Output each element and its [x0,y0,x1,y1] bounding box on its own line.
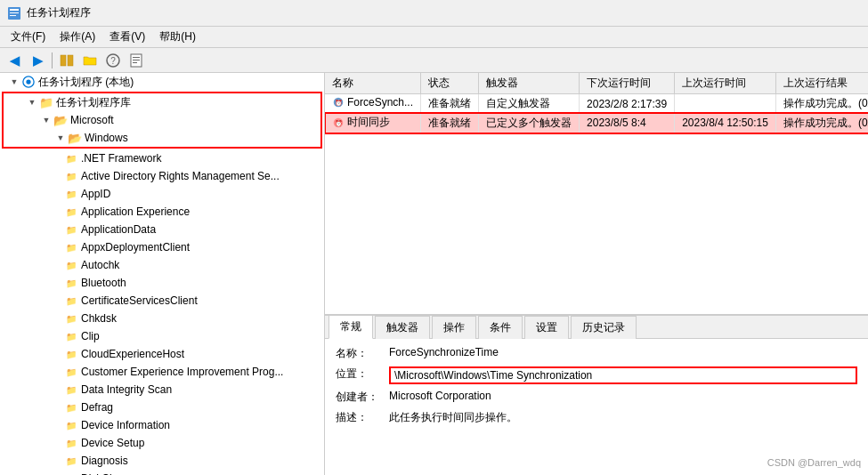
detail-location-row: 位置： \Microsoft\Windows\Time Synchronizat… [336,366,857,384]
help-button[interactable]: ? [102,51,124,70]
root-folder-icon [21,75,36,89]
cell-status-1: 准备就绪 [421,113,479,133]
tab-condition[interactable]: 条件 [478,316,523,339]
tree-item-0[interactable]: 📁 .NET Framework [0,149,324,167]
tab-trigger[interactable]: 触发器 [375,316,430,339]
col-next-run[interactable]: 下次运行时间 [580,73,675,94]
windows-folder-icon: 📂 [68,131,82,145]
tab-action[interactable]: 操作 [432,316,476,339]
windows-label: Windows [85,132,128,144]
tree-item-14[interactable]: 📁 Defrag [0,399,324,416]
menu-help[interactable]: 帮助(H) [152,28,203,46]
tree-library[interactable]: ▼ 📁 任务计划程序库 [4,93,320,111]
svg-rect-1 [10,9,19,11]
root-expand-icon: ▼ [7,75,21,89]
detail-panel: 常规 触发器 操作 条件 设置 历史记录 名称： ForceSynchroniz… [325,315,868,475]
col-status[interactable]: 状态 [421,73,479,94]
detail-author-label: 创建者： [336,390,389,405]
svg-rect-10 [133,60,140,60]
detail-desc-row: 描述： 此任务执行时间同步操作。 [336,410,857,425]
title-bar: 任务计划程序 [0,0,868,27]
col-trigger[interactable]: 触发器 [479,73,580,94]
detail-location-label: 位置： [336,366,389,382]
left-panel: ▼ 任务计划程序 (本地) ▼ 📁 任务计划程序库 [0,73,325,475]
svg-text:⏰: ⏰ [335,99,343,107]
tab-general[interactable]: 常规 [329,315,373,339]
col-last-result[interactable]: 上次运行结果 [775,73,868,94]
svg-text:?: ? [110,56,116,66]
svg-rect-4 [61,55,66,66]
col-last-run[interactable]: 上次运行时间 [675,73,776,94]
task-table-container[interactable]: 名称 状态 触发器 下次运行时间 上次运行时间 上次运行结果 ⏰ [325,73,868,315]
table-row-0[interactable]: ⏰ ForceSynch... 准备就绪 自定义触发器 2023/2/8 2:1… [325,94,868,114]
table-header-row: 名称 状态 触发器 下次运行时间 上次运行时间 上次运行结果 [325,73,868,94]
menu-action[interactable]: 操作(A) [53,28,102,46]
create-folder-button[interactable] [79,51,101,70]
library-folder-icon: 📁 [39,95,53,109]
detail-desc-label: 描述： [336,410,389,425]
root-label: 任务计划程序 (本地) [38,75,134,90]
tab-settings[interactable]: 设置 [524,316,569,339]
cell-last-result-0: 操作成功完成。(0x0 [775,94,868,114]
tree-item-12[interactable]: 📁 Customer Experience Improvement Prog..… [0,363,324,381]
svg-rect-3 [10,15,16,16]
microsoft-folder-icon: 📂 [53,113,68,127]
tree-item-8[interactable]: 📁 CertificateServicesClient [0,292,324,310]
show-hide-button[interactable] [56,51,77,70]
tree-item-16[interactable]: 📁 Device Setup [0,434,324,452]
tree-item-9[interactable]: 📁 Chkdsk [0,310,324,327]
detail-tabs: 常规 触发器 操作 条件 设置 历史记录 [325,316,868,339]
detail-desc-value: 此任务执行时间同步操作。 [389,410,857,425]
menu-view[interactable]: 查看(V) [102,28,152,46]
tree-children: 📁 .NET Framework 📁 Active Directory Righ… [0,149,324,475]
tree-item-7[interactable]: 📁 Bluetooth [0,274,324,292]
back-button[interactable]: ◀ [4,51,25,70]
tree-item-10[interactable]: 📁 Clip [0,327,324,345]
app-icon [7,6,21,20]
tree-item-4[interactable]: 📁 ApplicationData [0,221,324,238]
detail-name-value: ForceSynchronizeTime [389,346,857,358]
tree-container[interactable]: ▼ 任务计划程序 (本地) ▼ 📁 任务计划程序库 [0,73,324,475]
tree-item-6[interactable]: 📁 Autochk [0,256,324,274]
detail-author-row: 创建者： Microsoft Corporation [336,390,857,405]
svg-rect-5 [68,55,73,66]
tree-item-3[interactable]: 📁 Application Experience [0,203,324,221]
svg-rect-11 [133,62,137,63]
windows-expand-icon: ▼ [53,131,68,145]
detail-content: 名称： ForceSynchronizeTime 位置： \Microsoft\… [325,339,868,475]
tree-root[interactable]: ▼ 任务计划程序 (本地) [0,73,324,91]
tree-item-2[interactable]: 📁 AppID [0,185,324,203]
svg-point-13 [26,79,30,84]
svg-text:⏰: ⏰ [335,119,343,127]
tree-item-15[interactable]: 📁 Device Information [0,416,324,434]
window-title: 任务计划程序 [27,5,91,20]
task-table: 名称 状态 触发器 下次运行时间 上次运行时间 上次运行结果 ⏰ [325,73,868,133]
table-row-1[interactable]: ⏰ 时间同步 准备就绪 已定义多个触发器 2023/8/5 8:4 2023/8… [325,113,868,133]
detail-name-row: 名称： ForceSynchronizeTime [336,346,857,361]
tree-item-5[interactable]: 📁 AppxDeploymentClient [0,238,324,256]
library-expand-icon: ▼ [25,95,39,109]
cell-last-run-0 [675,94,776,114]
tree-item-11[interactable]: 📁 CloudExperienceHost [0,345,324,363]
cell-name-1: ⏰ 时间同步 [325,113,421,133]
col-name[interactable]: 名称 [325,73,421,94]
toolbar-separator-1 [52,52,53,68]
tree-item-1[interactable]: 📁 Active Directory Rights Management Se.… [0,167,324,185]
menu-file[interactable]: 文件(F) [4,28,53,46]
properties-button[interactable] [126,51,147,70]
cell-last-result-1: 操作成功完成。(0x0 [775,113,868,133]
tree-item-13[interactable]: 📁 Data Integrity Scan [0,381,324,399]
cell-trigger-0: 自定义触发器 [479,94,580,114]
task-table-body: ⏰ ForceSynch... 准备就绪 自定义触发器 2023/2/8 2:1… [325,94,868,133]
cell-status-0: 准备就绪 [421,94,479,114]
tree-item-17[interactable]: 📁 Diagnosis [0,452,324,470]
tree-microsoft[interactable]: ▼ 📂 Microsoft [4,111,320,129]
tab-history[interactable]: 历史记录 [571,316,637,339]
detail-name-label: 名称： [336,346,389,361]
toolbar: ◀ ▶ ? [0,48,868,73]
cell-trigger-1: 已定义多个触发器 [479,113,580,133]
forward-button[interactable]: ▶ [27,51,48,70]
tree-windows[interactable]: ▼ 📂 Windows [4,129,320,147]
library-label: 任务计划程序库 [56,95,131,110]
tree-item-18[interactable]: 📁 DiskCleanup [0,470,324,475]
